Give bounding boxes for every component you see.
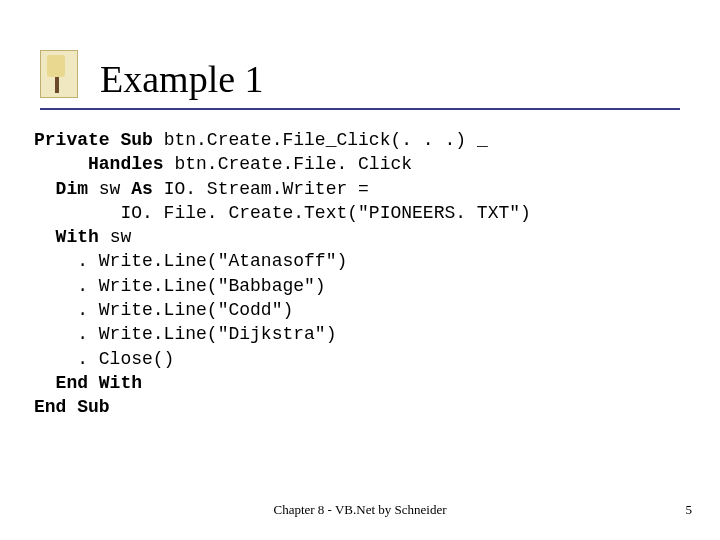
slide-header: Example 1	[40, 50, 680, 110]
keyword-with: With	[56, 227, 99, 247]
slide-title: Example 1	[100, 60, 264, 98]
code-text: . Write.Line("Atanasoff")	[34, 251, 347, 271]
code-text: btn.Create.File. Click	[164, 154, 412, 174]
footer-text: Chapter 8 - VB.Net by Schneider	[0, 502, 720, 518]
code-text: . Write.Line("Babbage")	[34, 276, 326, 296]
page-number: 5	[686, 502, 693, 518]
keyword-private-sub: Private Sub	[34, 130, 153, 150]
code-text: btn.Create.File_Click(. . .) _	[153, 130, 488, 150]
code-text: IO. File. Create.Text("PIONEERS. TXT")	[34, 203, 531, 223]
keyword-dim: Dim	[56, 179, 88, 199]
code-text: . Write.Line("Dijkstra")	[34, 324, 336, 344]
code-text: sw	[99, 227, 131, 247]
code-text: . Close()	[34, 349, 174, 369]
logo-icon	[40, 50, 78, 98]
code-text: IO. Stream.Writer =	[153, 179, 369, 199]
keyword-end-sub: End Sub	[34, 397, 110, 417]
keyword-as: As	[131, 179, 153, 199]
code-text: sw	[88, 179, 131, 199]
slide: Example 1 Private Sub btn.Create.File_Cl…	[0, 0, 720, 540]
code-block: Private Sub btn.Create.File_Click(. . .)…	[34, 128, 680, 420]
code-text: . Write.Line("Codd")	[34, 300, 293, 320]
keyword-handles: Handles	[88, 154, 164, 174]
keyword-end-with: End With	[56, 373, 142, 393]
